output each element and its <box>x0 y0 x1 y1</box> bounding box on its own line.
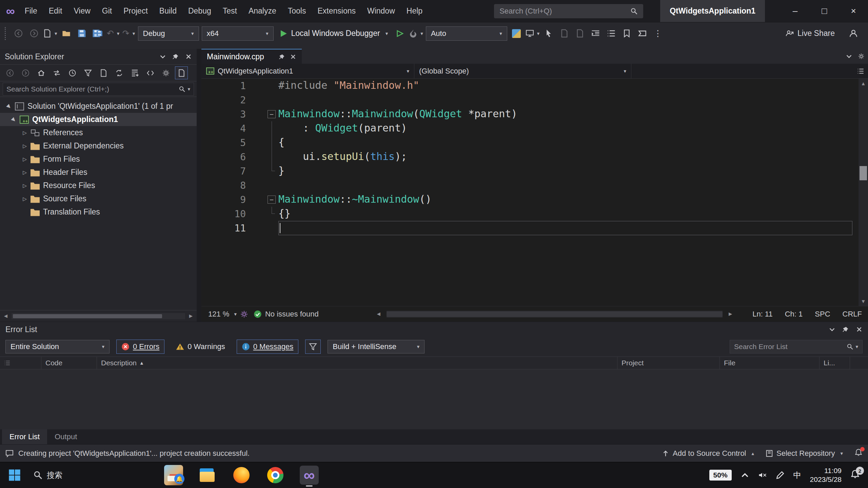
refresh-icon[interactable] <box>113 66 125 79</box>
nav-forward-icon[interactable] <box>19 66 32 79</box>
open-documents-chevron-icon[interactable] <box>846 53 852 60</box>
start-without-debugging-button[interactable] <box>393 26 406 41</box>
column-code[interactable]: Code <box>41 357 97 369</box>
undo-button[interactable]: ↶▾ <box>107 26 120 41</box>
expanded-arrow-icon[interactable]: ▶ <box>3 101 15 112</box>
menu-item-test[interactable]: Test <box>217 0 243 22</box>
target-screen-button[interactable]: ▾ <box>526 26 540 41</box>
hscroll-left-icon[interactable]: ◄ <box>373 311 384 318</box>
tree-item-external-dependencies[interactable]: ▷External Dependencies <box>0 139 197 152</box>
messages-toggle[interactable]: 0 Messages <box>237 340 299 354</box>
collapse-all-icon[interactable] <box>128 66 141 79</box>
view-code-icon[interactable] <box>144 66 157 79</box>
sync-with-active-document-icon[interactable] <box>97 66 110 79</box>
tree-item-translation-files[interactable]: Translation Files <box>0 205 197 219</box>
collapsed-arrow-icon[interactable]: ▷ <box>20 156 30 162</box>
warnings-toggle[interactable]: 0 Warnings <box>171 340 230 354</box>
save-button[interactable] <box>76 26 88 41</box>
panel-options-chevron-icon[interactable] <box>829 326 835 333</box>
bookmark-button[interactable] <box>620 26 633 41</box>
new-project-button[interactable]: ▾ <box>43 26 57 41</box>
code-line-2[interactable]: 2 <box>201 93 868 107</box>
navigate-backward-icon[interactable] <box>12 26 25 41</box>
close-tab-icon[interactable] <box>290 54 296 60</box>
switch-views-icon[interactable] <box>50 66 63 79</box>
code-editor[interactable]: 1#include "Mainwindow.h"23−Mainwindow::M… <box>201 79 868 306</box>
solution-explorer-search-input[interactable]: Search Solution Explorer (Ctrl+;) ▾ <box>3 83 194 96</box>
expanded-arrow-icon[interactable]: ▶ <box>8 114 20 125</box>
live-share-button[interactable]: Live Share <box>785 29 835 38</box>
member-list-icon[interactable] <box>857 68 864 75</box>
zoom-dropdown[interactable]: 121 % ▾ <box>205 310 240 319</box>
panel-splitter[interactable] <box>197 49 201 322</box>
code-text[interactable]: ui.setupUi(this); <box>278 150 868 164</box>
clock[interactable]: 11:09 2023/5/28 <box>810 466 842 484</box>
solution-explorer-horizontal-scrollbar[interactable]: ◄ ► <box>0 310 197 322</box>
line-list-button[interactable] <box>605 26 617 41</box>
taskbar-app-file-explorer[interactable] <box>198 466 217 485</box>
error-list-search-input[interactable]: Search Error List ▾ <box>730 340 863 353</box>
find-previous-button[interactable] <box>558 26 571 41</box>
bottom-tab-output[interactable]: Output <box>47 429 84 444</box>
filter-button[interactable] <box>305 340 321 354</box>
code-text[interactable]: : QWidget(parent) <box>278 121 868 136</box>
code-line-7[interactable]: 7} <box>201 164 868 178</box>
taskbar-search[interactable]: 搜索 <box>33 470 62 481</box>
code-line-11[interactable]: 11 <box>201 221 868 235</box>
notifications-button[interactable] <box>854 448 863 459</box>
document-tab-mainwindow-cpp[interactable]: Mainwindow.cpp <box>201 49 302 64</box>
code-line-6[interactable]: 6 ui.setupUi(this); <box>201 150 868 164</box>
code-line-4[interactable]: 4 : QWidget(parent) <box>201 121 868 136</box>
menu-item-analyze[interactable]: Analyze <box>243 0 282 22</box>
spaces-indicator[interactable]: SPC <box>815 310 830 319</box>
menu-item-build[interactable]: Build <box>154 0 182 22</box>
volume-muted-icon[interactable] <box>758 471 767 480</box>
code-text[interactable]: {} <box>278 207 868 221</box>
start-debugging-button[interactable]: Local Windows Debugger ▾ <box>276 26 391 41</box>
code-line-8[interactable]: 8 <box>201 178 868 192</box>
pending-changes-filter-icon[interactable] <box>66 66 79 79</box>
taskbar-app-visual-studio[interactable]: ∞ <box>300 466 319 485</box>
fold-toggle-icon[interactable]: − <box>268 196 276 204</box>
vertical-scroll-track[interactable] <box>859 88 868 297</box>
code-text[interactable]: { <box>278 136 868 150</box>
scroll-down-icon[interactable]: ▼ <box>862 297 865 306</box>
save-all-button[interactable] <box>91 26 104 41</box>
column-file[interactable]: File <box>720 357 820 369</box>
code-text[interactable]: Mainwindow::~Mainwindow() <box>278 192 868 207</box>
tray-overflow-chevron-icon[interactable] <box>741 471 749 480</box>
editor-horizontal-scrollbar[interactable] <box>387 311 723 318</box>
error-source-dropdown[interactable]: Build + IntelliSense▾ <box>328 340 425 353</box>
pin-icon[interactable] <box>172 53 179 60</box>
feedback-button[interactable] <box>847 26 860 41</box>
find-next-button[interactable] <box>573 26 586 41</box>
menu-item-help[interactable]: Help <box>401 0 428 22</box>
menu-item-tools[interactable]: Tools <box>282 0 312 22</box>
home-icon[interactable] <box>35 66 47 79</box>
tree-item-qtwidgetsapplication1[interactable]: ▶QtWidgetsApplication1 <box>0 113 197 126</box>
project-scope-dropdown[interactable]: QtWidgetsApplication1 ▾ <box>201 64 414 78</box>
column-project[interactable]: Project <box>617 357 720 369</box>
navigate-forward-icon[interactable] <box>27 26 40 41</box>
toolbar-grip[interactable] <box>5 27 6 40</box>
code-text[interactable] <box>278 93 868 107</box>
scroll-left-icon[interactable]: ◄ <box>0 313 12 320</box>
indent-button[interactable] <box>589 26 602 41</box>
hscroll-thumb[interactable] <box>387 311 723 317</box>
pen-icon[interactable] <box>776 471 785 480</box>
editor-vertical-scrollbar[interactable]: ▲ ▼ <box>859 79 868 306</box>
intellicode-icon[interactable] <box>240 310 248 318</box>
collapsed-arrow-icon[interactable]: ▷ <box>20 143 30 149</box>
solution-configuration-dropdown[interactable]: Debug▾ <box>138 26 199 41</box>
feedback-bubble-icon[interactable] <box>5 449 14 458</box>
nav-back-icon[interactable] <box>3 66 16 79</box>
code-line-1[interactable]: 1#include "Mainwindow.h" <box>201 79 868 93</box>
error-scope-dropdown[interactable]: Entire Solution▾ <box>5 340 110 353</box>
code-text[interactable]: Mainwindow::Mainwindow(QWidget *parent) <box>278 107 868 121</box>
redo-button[interactable]: ↷▾ <box>122 26 135 41</box>
code-text[interactable]: } <box>278 164 868 178</box>
fold-toggle-icon[interactable]: − <box>268 110 276 118</box>
eol-indicator[interactable]: CRLF <box>843 310 862 319</box>
ime-indicator[interactable]: 中 <box>793 470 801 481</box>
toolbar-overflow-button[interactable]: ⋮ <box>651 26 664 41</box>
